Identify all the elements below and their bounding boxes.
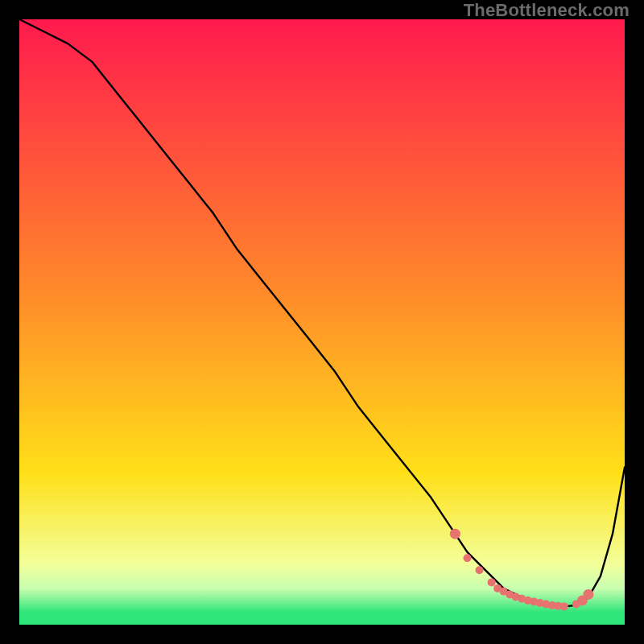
gradient-background — [19, 19, 625, 625]
chart-frame: TheBottleneck.com — [0, 0, 644, 644]
trough-dot — [560, 602, 568, 610]
trough-dot — [476, 566, 484, 574]
trough-dot — [583, 589, 593, 600]
trough-dot — [450, 529, 460, 539]
chart-svg — [19, 19, 625, 625]
trough-dot — [464, 554, 472, 562]
trough-dot — [488, 578, 496, 586]
watermark-text: TheBottleneck.com — [464, 0, 630, 21]
plot-area — [19, 19, 625, 625]
